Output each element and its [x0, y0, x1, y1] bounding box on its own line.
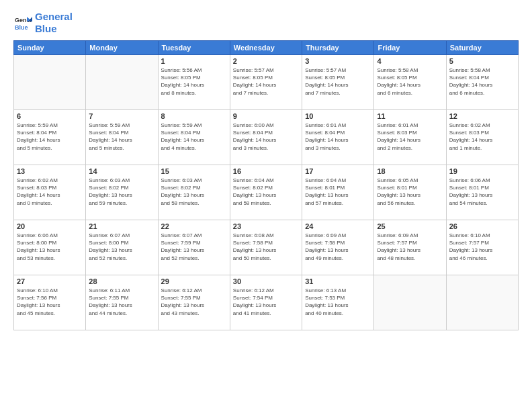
day-number: 22	[161, 222, 227, 230]
day-number: 12	[449, 112, 515, 120]
calendar-table: SundayMondayTuesdayWednesdayThursdayFrid…	[13, 40, 519, 330]
calendar-cell: 18Sunrise: 6:05 AM Sunset: 8:01 PM Dayli…	[374, 165, 446, 220]
calendar-cell: 30Sunrise: 6:12 AM Sunset: 7:54 PM Dayli…	[230, 275, 302, 330]
day-info: Sunrise: 5:59 AM Sunset: 8:04 PM Dayligh…	[17, 122, 83, 152]
weekday-header-saturday: Saturday	[446, 41, 518, 55]
day-number: 4	[377, 57, 443, 65]
weekday-header-friday: Friday	[374, 41, 446, 55]
weekday-header-thursday: Thursday	[302, 41, 374, 55]
day-info: Sunrise: 6:06 AM Sunset: 8:01 PM Dayligh…	[449, 177, 515, 207]
calendar-cell: 6Sunrise: 5:59 AM Sunset: 8:04 PM Daylig…	[14, 110, 86, 165]
calendar-cell: 8Sunrise: 5:59 AM Sunset: 8:04 PM Daylig…	[158, 110, 230, 165]
page: General Blue GeneralBlue SundayMondayTue…	[0, 0, 532, 411]
day-info: Sunrise: 6:06 AM Sunset: 8:00 PM Dayligh…	[17, 232, 83, 262]
day-info: Sunrise: 6:02 AM Sunset: 8:03 PM Dayligh…	[449, 122, 515, 152]
day-number: 2	[233, 57, 299, 65]
day-info: Sunrise: 6:03 AM Sunset: 8:02 PM Dayligh…	[161, 177, 227, 207]
calendar-cell	[86, 55, 158, 110]
day-info: Sunrise: 6:12 AM Sunset: 7:55 PM Dayligh…	[161, 287, 227, 317]
calendar-week-5: 27Sunrise: 6:10 AM Sunset: 7:56 PM Dayli…	[14, 275, 519, 330]
weekday-header-tuesday: Tuesday	[158, 41, 230, 55]
day-number: 17	[305, 167, 371, 175]
day-number: 7	[89, 112, 154, 120]
calendar-cell: 31Sunrise: 6:13 AM Sunset: 7:53 PM Dayli…	[302, 275, 374, 330]
day-info: Sunrise: 5:58 AM Sunset: 8:04 PM Dayligh…	[449, 66, 515, 97]
day-number: 28	[89, 277, 154, 285]
day-number: 25	[377, 222, 443, 230]
day-number: 27	[17, 277, 83, 285]
day-number: 20	[17, 222, 83, 230]
day-number: 14	[89, 167, 154, 175]
calendar-cell: 26Sunrise: 6:10 AM Sunset: 7:57 PM Dayli…	[446, 220, 518, 275]
weekday-header-sunday: Sunday	[14, 41, 86, 55]
day-info: Sunrise: 6:04 AM Sunset: 8:01 PM Dayligh…	[305, 177, 371, 207]
day-number: 9	[233, 112, 299, 120]
day-info: Sunrise: 6:03 AM Sunset: 8:02 PM Dayligh…	[89, 177, 154, 207]
day-info: Sunrise: 5:56 AM Sunset: 8:05 PM Dayligh…	[161, 66, 227, 97]
header: General Blue GeneralBlue	[13, 11, 519, 35]
weekday-header-monday: Monday	[86, 41, 158, 55]
calendar-cell: 28Sunrise: 6:11 AM Sunset: 7:55 PM Dayli…	[86, 275, 158, 330]
day-info: Sunrise: 5:58 AM Sunset: 8:05 PM Dayligh…	[377, 66, 443, 97]
calendar-cell: 29Sunrise: 6:12 AM Sunset: 7:55 PM Dayli…	[158, 275, 230, 330]
weekday-header-row: SundayMondayTuesdayWednesdayThursdayFrid…	[14, 41, 519, 55]
logo-text: GeneralBlue	[35, 11, 73, 35]
logo: General Blue GeneralBlue	[13, 11, 73, 35]
calendar-cell: 27Sunrise: 6:10 AM Sunset: 7:56 PM Dayli…	[14, 275, 86, 330]
day-info: Sunrise: 6:01 AM Sunset: 8:03 PM Dayligh…	[377, 122, 443, 152]
day-number: 18	[377, 167, 443, 175]
calendar-cell: 16Sunrise: 6:04 AM Sunset: 8:02 PM Dayli…	[230, 165, 302, 220]
calendar-cell: 9Sunrise: 6:00 AM Sunset: 8:04 PM Daylig…	[230, 110, 302, 165]
calendar-cell: 3Sunrise: 5:57 AM Sunset: 8:05 PM Daylig…	[302, 55, 374, 110]
day-number: 8	[161, 112, 227, 120]
day-info: Sunrise: 6:09 AM Sunset: 7:58 PM Dayligh…	[305, 232, 371, 262]
day-number: 26	[449, 222, 515, 230]
day-info: Sunrise: 6:07 AM Sunset: 8:00 PM Dayligh…	[89, 232, 154, 262]
day-number: 13	[17, 167, 83, 175]
calendar-cell: 14Sunrise: 6:03 AM Sunset: 8:02 PM Dayli…	[86, 165, 158, 220]
calendar-cell: 11Sunrise: 6:01 AM Sunset: 8:03 PM Dayli…	[374, 110, 446, 165]
weekday-header-wednesday: Wednesday	[230, 41, 302, 55]
svg-text:Blue: Blue	[15, 24, 28, 31]
calendar-week-3: 13Sunrise: 6:02 AM Sunset: 8:03 PM Dayli…	[14, 165, 519, 220]
day-number: 16	[233, 167, 299, 175]
day-number: 3	[305, 57, 371, 65]
day-number: 21	[89, 222, 154, 230]
logo-icon: General Blue	[13, 13, 32, 32]
calendar-cell: 7Sunrise: 5:59 AM Sunset: 8:04 PM Daylig…	[86, 110, 158, 165]
calendar-cell: 21Sunrise: 6:07 AM Sunset: 8:00 PM Dayli…	[86, 220, 158, 275]
day-number: 6	[17, 112, 83, 120]
day-info: Sunrise: 6:04 AM Sunset: 8:02 PM Dayligh…	[233, 177, 299, 207]
day-number: 23	[233, 222, 299, 230]
day-info: Sunrise: 6:10 AM Sunset: 7:57 PM Dayligh…	[449, 232, 515, 262]
day-number: 1	[161, 57, 227, 65]
calendar-cell	[374, 275, 446, 330]
day-info: Sunrise: 6:07 AM Sunset: 7:59 PM Dayligh…	[161, 232, 227, 262]
calendar-cell: 22Sunrise: 6:07 AM Sunset: 7:59 PM Dayli…	[158, 220, 230, 275]
day-info: Sunrise: 5:57 AM Sunset: 8:05 PM Dayligh…	[305, 66, 371, 97]
day-number: 15	[161, 167, 227, 175]
day-number: 29	[161, 277, 227, 285]
day-number: 31	[305, 277, 371, 285]
day-info: Sunrise: 6:00 AM Sunset: 8:04 PM Dayligh…	[233, 122, 299, 152]
calendar-week-4: 20Sunrise: 6:06 AM Sunset: 8:00 PM Dayli…	[14, 220, 519, 275]
day-number: 19	[449, 167, 515, 175]
calendar-week-1: 1Sunrise: 5:56 AM Sunset: 8:05 PM Daylig…	[14, 55, 519, 110]
day-info: Sunrise: 5:57 AM Sunset: 8:05 PM Dayligh…	[233, 66, 299, 97]
calendar-week-2: 6Sunrise: 5:59 AM Sunset: 8:04 PM Daylig…	[14, 110, 519, 165]
calendar-cell: 23Sunrise: 6:08 AM Sunset: 7:58 PM Dayli…	[230, 220, 302, 275]
day-info: Sunrise: 5:59 AM Sunset: 8:04 PM Dayligh…	[161, 122, 227, 152]
calendar-cell: 1Sunrise: 5:56 AM Sunset: 8:05 PM Daylig…	[158, 55, 230, 110]
calendar-cell: 24Sunrise: 6:09 AM Sunset: 7:58 PM Dayli…	[302, 220, 374, 275]
day-info: Sunrise: 6:11 AM Sunset: 7:55 PM Dayligh…	[89, 287, 154, 317]
calendar-cell: 13Sunrise: 6:02 AM Sunset: 8:03 PM Dayli…	[14, 165, 86, 220]
calendar-cell: 19Sunrise: 6:06 AM Sunset: 8:01 PM Dayli…	[446, 165, 518, 220]
calendar-cell: 25Sunrise: 6:09 AM Sunset: 7:57 PM Dayli…	[374, 220, 446, 275]
day-info: Sunrise: 6:01 AM Sunset: 8:04 PM Dayligh…	[305, 122, 371, 152]
day-info: Sunrise: 6:05 AM Sunset: 8:01 PM Dayligh…	[377, 177, 443, 207]
day-info: Sunrise: 6:10 AM Sunset: 7:56 PM Dayligh…	[17, 287, 83, 317]
day-info: Sunrise: 6:13 AM Sunset: 7:53 PM Dayligh…	[305, 287, 371, 317]
day-number: 10	[305, 112, 371, 120]
calendar-cell: 2Sunrise: 5:57 AM Sunset: 8:05 PM Daylig…	[230, 55, 302, 110]
calendar-cell: 20Sunrise: 6:06 AM Sunset: 8:00 PM Dayli…	[14, 220, 86, 275]
